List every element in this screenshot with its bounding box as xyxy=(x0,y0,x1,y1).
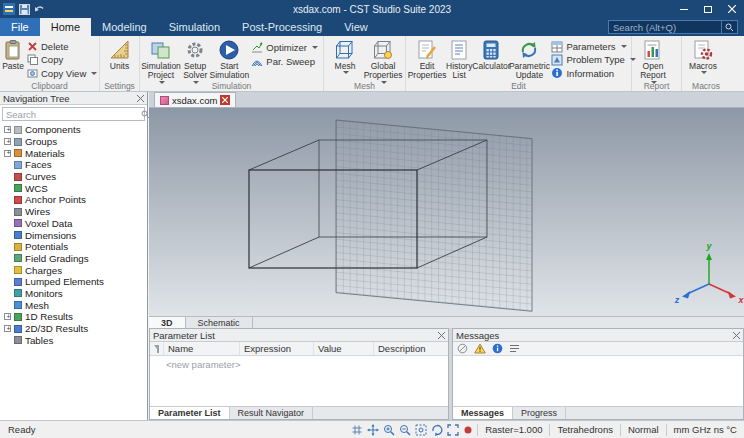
history-list-icon xyxy=(448,39,470,61)
status-render-mode[interactable]: Normal xyxy=(620,424,666,436)
edit-properties-button[interactable]: Edit Properties xyxy=(408,38,446,80)
info-filter-icon[interactable] xyxy=(492,343,503,354)
view-options-icon[interactable] xyxy=(509,344,520,353)
clear-messages-icon[interactable] xyxy=(457,343,468,354)
tree-search-input[interactable] xyxy=(3,109,141,120)
tab-home[interactable]: Home xyxy=(40,18,91,36)
problem-type-button[interactable]: Problem Type xyxy=(548,53,638,66)
tree-item-materials[interactable]: Materials xyxy=(4,147,147,159)
maximize-button[interactable] xyxy=(696,0,720,18)
parameter-list-body[interactable]: <new parameter> xyxy=(150,356,448,406)
warning-filter-icon[interactable] xyxy=(474,343,486,354)
save-icon[interactable] xyxy=(19,4,30,15)
parametric-update-button[interactable]: Parametric Update xyxy=(510,38,548,80)
close-messages-icon[interactable] xyxy=(733,332,740,339)
3d-viewport[interactable]: y x z xyxy=(149,108,744,316)
tree-item-label: 1D Results xyxy=(25,311,73,322)
rotate-view-icon[interactable] xyxy=(431,424,443,436)
tree-item-monitors[interactable]: Monitors xyxy=(4,288,147,300)
zoom-in-icon[interactable] xyxy=(383,424,395,436)
viewport-canvas[interactable]: y x z xyxy=(149,108,744,316)
tree-item-curves[interactable]: Curves xyxy=(4,171,147,183)
search-input[interactable] xyxy=(609,22,721,33)
close-button[interactable] xyxy=(720,0,744,18)
setup-solver-button[interactable]: Setup Solver xyxy=(180,38,210,80)
global-properties-button[interactable]: Global Properties xyxy=(364,38,402,80)
paste-button[interactable]: Paste xyxy=(2,38,24,80)
close-document-icon[interactable] xyxy=(220,95,230,105)
tree-item-2d3d-results[interactable]: 2D/3D Results xyxy=(4,323,147,335)
tab-view[interactable]: View xyxy=(333,18,379,36)
simulation-project-button[interactable]: Simulation Project xyxy=(142,38,180,80)
open-report-button[interactable]: Open Report xyxy=(634,38,672,80)
undo-icon[interactable] xyxy=(34,4,45,15)
tree-item-voxel-data[interactable]: Voxel Data xyxy=(4,218,147,230)
copy-button[interactable]: Copy xyxy=(24,53,100,66)
tab-messages[interactable]: Messages xyxy=(453,407,513,419)
start-simulation-button[interactable]: Start Simulation xyxy=(210,38,248,80)
calculator-button[interactable]: Calculator xyxy=(472,38,510,80)
column-name[interactable]: Name xyxy=(164,342,240,355)
tree-item-tables[interactable]: Tables xyxy=(4,334,147,346)
parameters-button[interactable]: Parameters xyxy=(548,40,638,53)
tab-simulation[interactable]: Simulation xyxy=(158,18,231,36)
tree-item-field-gradings[interactable]: Field Gradings xyxy=(4,253,147,265)
pin-icon[interactable] xyxy=(463,425,473,435)
document-tab[interactable]: xsdax.com xyxy=(154,92,236,107)
tree-item-mesh[interactable]: Mesh xyxy=(4,299,147,311)
expander-icon[interactable] xyxy=(4,313,11,320)
minimize-button[interactable] xyxy=(672,0,696,18)
information-button[interactable]: Information xyxy=(548,67,638,80)
optimizer-button[interactable]: Optimizer xyxy=(248,40,321,54)
column-description[interactable]: Description xyxy=(374,342,446,355)
zoom-window-icon[interactable] xyxy=(415,424,427,436)
par-sweep-button[interactable]: Par. Sweep xyxy=(248,54,321,68)
group-label-simulation: Simulation xyxy=(140,81,323,91)
mesh-button[interactable]: Mesh xyxy=(326,38,364,80)
macros-button[interactable]: Macros xyxy=(684,38,722,80)
tree-item-faces[interactable]: Faces xyxy=(4,159,147,171)
tab-result-navigator[interactable]: Result Navigator xyxy=(230,407,314,419)
expander-icon[interactable] xyxy=(4,126,11,133)
tree-item-1d-results[interactable]: 1D Results xyxy=(4,311,147,323)
ribbon-group-clipboard: Paste Delete Copy Copy View Clipboard xyxy=(0,36,100,91)
column-value[interactable]: Value xyxy=(314,342,374,355)
expander-icon[interactable] xyxy=(4,325,11,332)
history-list-button[interactable]: History List xyxy=(446,38,472,80)
tab-schematic[interactable]: Schematic xyxy=(186,317,253,328)
close-navigation-tree-icon[interactable] xyxy=(137,95,144,102)
status-units[interactable]: mm GHz ns °C xyxy=(666,424,744,436)
tab-parameter-list[interactable]: Parameter List xyxy=(150,407,230,419)
messages-body[interactable] xyxy=(453,356,743,406)
tab-modeling[interactable]: Modeling xyxy=(91,18,158,36)
pan-icon[interactable] xyxy=(367,424,379,436)
tree-item-anchor-points[interactable]: Anchor Points xyxy=(4,194,147,206)
tab-progress[interactable]: Progress xyxy=(513,407,566,419)
tree-item-dimensions[interactable]: Dimensions xyxy=(4,229,147,241)
tree-item-groups[interactable]: Groups xyxy=(4,136,147,148)
tab-file[interactable]: File xyxy=(0,18,40,36)
tree-item-wcs[interactable]: WCS xyxy=(4,182,147,194)
filter-icon[interactable] xyxy=(150,342,164,355)
tree-item-components[interactable]: Components xyxy=(4,124,147,136)
expander-icon[interactable] xyxy=(4,150,11,157)
copy-view-button[interactable]: Copy View xyxy=(24,67,100,80)
tab-post-processing[interactable]: Post-Processing xyxy=(231,18,333,36)
tree-item-wires[interactable]: Wires xyxy=(4,206,147,218)
zoom-out-icon[interactable] xyxy=(399,424,411,436)
delete-button[interactable]: Delete xyxy=(24,40,100,53)
expander-icon[interactable] xyxy=(4,138,11,145)
status-mesh-type[interactable]: Tetrahedrons xyxy=(549,424,619,436)
column-expression[interactable]: Expression xyxy=(240,342,314,355)
fit-view-icon[interactable] xyxy=(447,424,459,436)
tree-item-lumped-elements[interactable]: Lumped Elements xyxy=(4,276,147,288)
close-parameter-list-icon[interactable] xyxy=(438,332,445,339)
messages-toolbar xyxy=(453,342,743,356)
new-parameter-row[interactable]: <new parameter> xyxy=(150,356,448,370)
units-button[interactable]: Units xyxy=(102,38,137,80)
tree-item-charges[interactable]: Charges xyxy=(4,264,147,276)
snap-grid-icon[interactable] xyxy=(351,424,363,436)
tab-3d[interactable]: 3D xyxy=(149,317,186,328)
search-icon[interactable] xyxy=(721,21,737,33)
tree-item-potentials[interactable]: Potentials xyxy=(4,241,147,253)
